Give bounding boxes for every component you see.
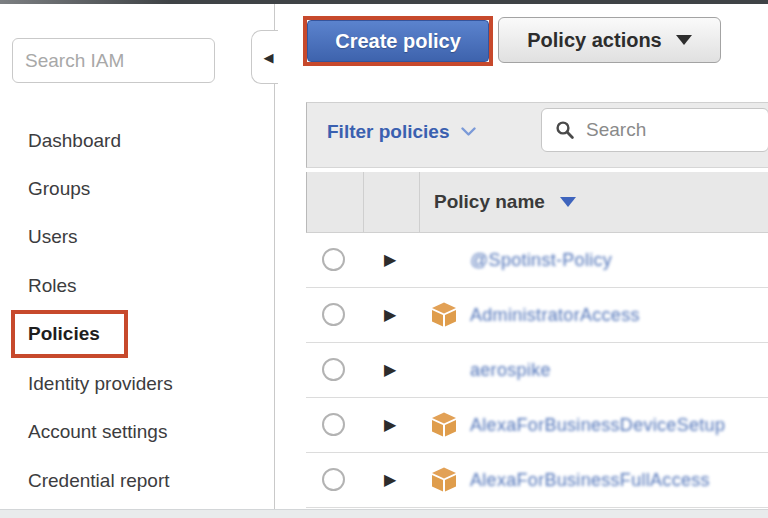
column-divider bbox=[363, 172, 364, 232]
policy-name-link[interactable]: AlexaForBusinessDeviceSetup bbox=[470, 415, 725, 436]
sidebar-item-roles[interactable]: Roles bbox=[28, 274, 77, 298]
filter-policies-dropdown[interactable]: Filter policies bbox=[327, 121, 476, 143]
sidebar-item-users[interactable]: Users bbox=[28, 225, 78, 249]
policy-name-link[interactable]: @Spotinst-Policy bbox=[470, 250, 612, 271]
policy-name-header-label: Policy name bbox=[434, 191, 545, 213]
column-divider bbox=[419, 172, 420, 232]
policy-table-body: ▶@Spotinst-Policy▶AdministratorAccess▶ae… bbox=[306, 233, 768, 508]
search-iam-input[interactable] bbox=[12, 38, 215, 83]
sidebar-item-dashboard[interactable]: Dashboard bbox=[28, 129, 121, 153]
table-row: ▶@Spotinst-Policy bbox=[306, 233, 768, 288]
annotation-box-policies bbox=[11, 310, 128, 358]
table-row: ▶AdministratorAccess bbox=[306, 288, 768, 343]
search-icon bbox=[555, 120, 575, 140]
expand-row-icon[interactable]: ▶ bbox=[384, 252, 396, 268]
chevron-down-icon bbox=[676, 35, 692, 45]
expand-row-icon[interactable]: ▶ bbox=[384, 472, 396, 488]
aws-managed-policy-icon bbox=[431, 302, 457, 327]
sidebar-item-credential-report[interactable]: Credential report bbox=[28, 469, 170, 493]
policy-table-header: Policy name bbox=[306, 172, 768, 233]
row-radio-button[interactable] bbox=[322, 413, 345, 436]
chevron-down-icon bbox=[461, 127, 476, 137]
create-policy-button[interactable]: Create policy bbox=[307, 20, 489, 62]
sidebar-item-account-settings[interactable]: Account settings bbox=[28, 420, 167, 444]
policy-actions-button[interactable]: Policy actions bbox=[498, 17, 721, 63]
collapse-left-icon: ◀ bbox=[264, 50, 274, 65]
filter-policies-label: Filter policies bbox=[327, 121, 449, 143]
sidebar-item-groups[interactable]: Groups bbox=[28, 177, 90, 201]
row-radio-button[interactable] bbox=[322, 468, 345, 491]
aws-managed-policy-icon bbox=[431, 467, 457, 492]
aws-managed-policy-icon bbox=[431, 412, 457, 437]
policy-search-box bbox=[541, 108, 768, 152]
policy-search-input[interactable] bbox=[584, 118, 768, 142]
sort-descending-icon bbox=[560, 197, 576, 207]
filter-bar: Filter policies bbox=[306, 102, 768, 168]
expand-row-icon[interactable]: ▶ bbox=[384, 307, 396, 323]
expand-row-icon[interactable]: ▶ bbox=[384, 362, 396, 378]
bottom-edge-strip bbox=[0, 509, 768, 518]
policy-name-link[interactable]: AdministratorAccess bbox=[470, 305, 640, 326]
policy-name-link[interactable]: aerospike bbox=[470, 360, 551, 381]
expand-row-icon[interactable]: ▶ bbox=[384, 417, 396, 433]
sidebar-collapse-tab[interactable]: ◀ bbox=[251, 30, 278, 84]
row-radio-button[interactable] bbox=[322, 358, 345, 381]
table-row: ▶aerospike bbox=[306, 343, 768, 398]
iam-sidebar: DashboardGroupsUsersRolesPoliciesIdentit… bbox=[0, 4, 275, 509]
annotation-box-create-policy: Create policy bbox=[303, 16, 493, 66]
iam-policies-page: DashboardGroupsUsersRolesPoliciesIdentit… bbox=[0, 0, 768, 518]
policy-name-link[interactable]: AlexaForBusinessFullAccess bbox=[470, 470, 710, 491]
sidebar-item-identity-providers[interactable]: Identity providers bbox=[28, 372, 173, 396]
policy-actions-label: Policy actions bbox=[527, 29, 662, 52]
row-radio-button[interactable] bbox=[322, 303, 345, 326]
row-radio-button[interactable] bbox=[322, 248, 345, 271]
table-row: ▶AlexaForBusinessDeviceSetup bbox=[306, 398, 768, 453]
table-row: ▶AlexaForBusinessFullAccess bbox=[306, 453, 768, 508]
policy-name-sort-header[interactable]: Policy name bbox=[434, 191, 576, 213]
